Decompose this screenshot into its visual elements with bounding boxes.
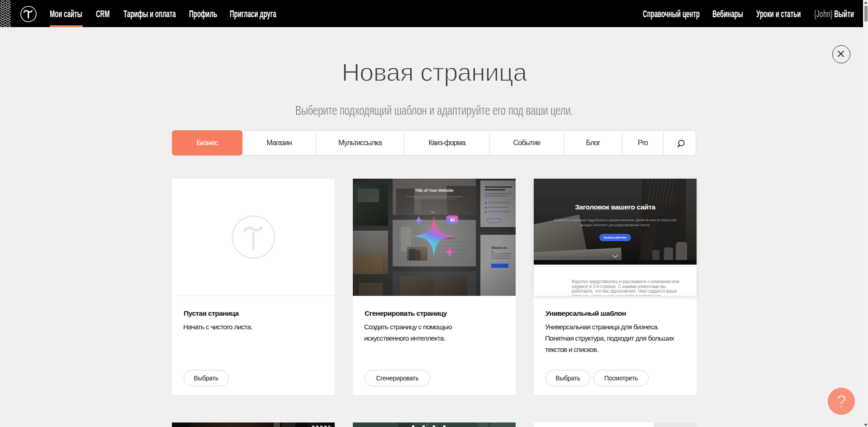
svg-text:AI: AI — [450, 217, 455, 223]
